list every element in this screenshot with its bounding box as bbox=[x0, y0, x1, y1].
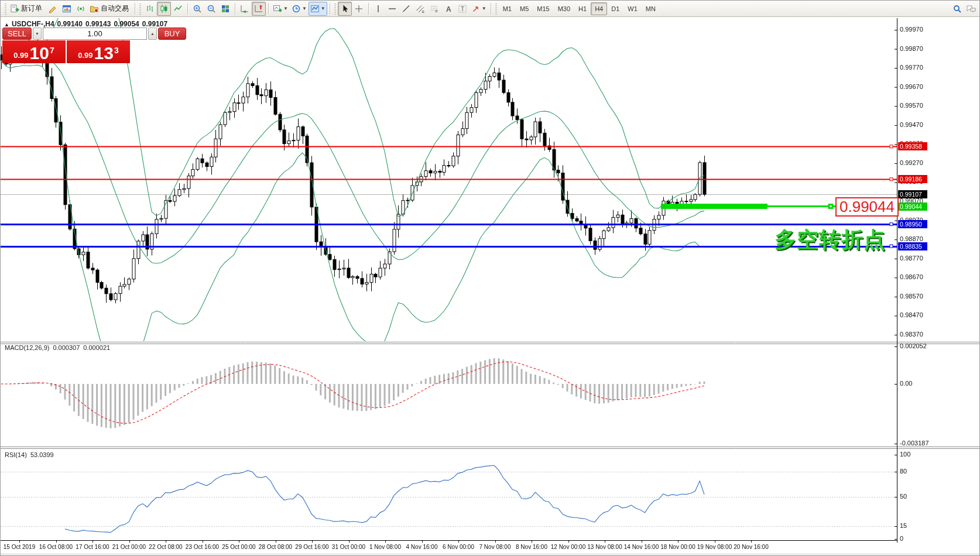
line-chart-mode-button[interactable] bbox=[171, 2, 185, 16]
periods-dropdown-button[interactable]: ▼ bbox=[290, 2, 309, 16]
zoom-out-button[interactable] bbox=[204, 2, 218, 16]
chart-shift-button[interactable] bbox=[252, 2, 266, 16]
indicators-icon bbox=[273, 4, 282, 13]
search-icon bbox=[952, 4, 962, 13]
text-label-tool-button[interactable]: T bbox=[455, 2, 470, 16]
vertical-line-tool-button[interactable] bbox=[371, 2, 385, 16]
ohlc-high: 0.99143 bbox=[85, 20, 111, 28]
price-chart-canvas[interactable] bbox=[1, 1, 980, 556]
toolbar-grip[interactable] bbox=[334, 3, 336, 15]
time-axis-label: 4 Nov 16:00 bbox=[406, 544, 438, 550]
timeframe-button-m1[interactable]: M1 bbox=[499, 2, 516, 15]
time-axis-label: 12 Nov 00:00 bbox=[551, 544, 586, 550]
chevron-down-icon: ▼ bbox=[283, 6, 288, 11]
auto-scroll-button[interactable] bbox=[238, 2, 252, 16]
chat-button[interactable] bbox=[964, 2, 978, 16]
vertical-line-icon bbox=[374, 4, 383, 13]
macd-axis-max-label: 0.002052 bbox=[900, 342, 927, 349]
new-order-button[interactable]: 新订单 bbox=[8, 2, 46, 16]
price-axis-tick-label: 0.99470 bbox=[900, 121, 923, 128]
sell-price-panel[interactable]: 0.99 10 7 bbox=[2, 40, 66, 63]
timeframe-button-m30[interactable]: M30 bbox=[554, 2, 574, 15]
chart-title: ▲USDCHF-,H40.991400.991430.990540.99107 bbox=[4, 20, 170, 28]
buy-price-pip: 3 bbox=[114, 46, 119, 55]
volume-input[interactable] bbox=[43, 28, 147, 40]
search-button[interactable] bbox=[950, 2, 964, 16]
rsi-axis-tick-label: 80 bbox=[900, 468, 907, 475]
time-axis-label: 19 Nov 08:00 bbox=[697, 544, 732, 550]
time-axis-label: 6 Nov 00:00 bbox=[443, 544, 474, 550]
timeframe-button-w1[interactable]: W1 bbox=[623, 2, 642, 15]
time-axis-label: 28 Oct 08:00 bbox=[259, 544, 292, 550]
toolbar-grip[interactable] bbox=[139, 3, 141, 15]
toolbar-grip[interactable] bbox=[5, 3, 6, 15]
svg-text:A: A bbox=[446, 5, 451, 13]
timeframe-button-d1[interactable]: D1 bbox=[607, 2, 623, 15]
buy-price-panel[interactable]: 0.99 13 3 bbox=[67, 40, 130, 63]
toolbar-separator bbox=[268, 3, 269, 15]
chart-window-button[interactable] bbox=[60, 2, 74, 16]
price-axis-tick-label: 0.98370 bbox=[900, 331, 923, 338]
price-axis-tick-label: 0.99670 bbox=[900, 83, 923, 90]
zoom-in-button[interactable] bbox=[190, 2, 204, 16]
signals-button[interactable] bbox=[74, 2, 88, 16]
turning-point-note[interactable]: 多空转折点 bbox=[775, 225, 886, 255]
text-tool-button[interactable]: A bbox=[441, 2, 455, 16]
ohlc-close: 0.99107 bbox=[142, 20, 167, 28]
ohlc-open: 0.99140 bbox=[57, 20, 83, 28]
cursor-icon bbox=[340, 4, 349, 13]
fibonacci-icon: F bbox=[430, 4, 439, 13]
arrows-dropdown-button[interactable]: ▼ bbox=[470, 2, 488, 16]
chat-icon bbox=[966, 4, 976, 13]
text-label-icon: T bbox=[458, 4, 467, 13]
timeframe-button-m15[interactable]: M15 bbox=[533, 2, 553, 15]
current-price-tag: 0.99107 bbox=[898, 190, 927, 198]
time-axis-label: 25 Oct 00:00 bbox=[222, 544, 255, 550]
toolbar-grip[interactable] bbox=[495, 3, 497, 15]
support-price-tag: 0.99044 bbox=[898, 203, 927, 211]
candlestick-icon bbox=[159, 4, 169, 13]
channel-tool-button[interactable]: E bbox=[413, 2, 427, 16]
indicators-dropdown-button[interactable]: ▼ bbox=[271, 2, 290, 16]
trendline-tool-button[interactable] bbox=[399, 2, 413, 16]
sell-button[interactable]: SELL bbox=[2, 28, 32, 40]
toolbar-separator bbox=[330, 3, 330, 15]
macd-axis-zero-label: 0.00 bbox=[900, 380, 912, 387]
timeframe-button-mn[interactable]: MN bbox=[642, 2, 660, 15]
time-axis-label: 31 Oct 00:00 bbox=[332, 544, 365, 550]
volume-increase-button[interactable]: ▲ bbox=[148, 28, 157, 40]
spinner-down-icon: ▼ bbox=[35, 32, 39, 36]
pencil-tool-button[interactable] bbox=[46, 2, 60, 16]
toolbar-separator bbox=[187, 3, 188, 15]
auto-trading-label: 自动交易 bbox=[101, 4, 129, 13]
rsi-axis-tick-label: 0 bbox=[900, 535, 903, 542]
fibonacci-tool-button[interactable]: F bbox=[427, 2, 441, 16]
price-axis-tick-label: 0.98670 bbox=[900, 273, 923, 280]
time-axis-label: 7 Nov 08:00 bbox=[479, 544, 511, 550]
timeframe-button-h4[interactable]: H4 bbox=[591, 2, 607, 15]
cursor-tool-button[interactable] bbox=[338, 2, 352, 16]
time-axis-label: 14 Nov 16:00 bbox=[624, 544, 659, 550]
buy-button[interactable]: BUY bbox=[158, 28, 186, 40]
bar-chart-mode-button[interactable] bbox=[143, 2, 157, 16]
macd-pane-header: MACD(12,26,9)0.0003070.000021 bbox=[5, 344, 114, 351]
auto-trading-button[interactable]: 自动交易 bbox=[88, 2, 132, 16]
horizontal-line-tool-button[interactable] bbox=[385, 2, 399, 16]
arrows-icon bbox=[471, 4, 481, 13]
crosshair-tool-button[interactable] bbox=[352, 2, 366, 16]
svg-text:F: F bbox=[436, 9, 438, 13]
time-axis-label: 18 Nov 00:00 bbox=[660, 544, 695, 550]
main-toolbar: 新订单 自动交易 bbox=[1, 1, 980, 17]
tile-windows-button[interactable] bbox=[218, 2, 232, 16]
candlestick-mode-button[interactable] bbox=[157, 2, 171, 16]
timeframe-button-h1[interactable]: H1 bbox=[574, 2, 591, 15]
text-icon: A bbox=[444, 4, 453, 13]
buy-price-big: 13 bbox=[94, 44, 114, 62]
macd-signal-value: 0.000021 bbox=[83, 344, 110, 351]
templates-dropdown-button[interactable]: ▼ bbox=[309, 2, 327, 16]
collapse-arrow-icon[interactable]: ▲ bbox=[4, 22, 9, 28]
toolbar-separator bbox=[235, 3, 235, 15]
volume-decrease-button[interactable]: ▼ bbox=[33, 28, 42, 40]
timeframe-button-m5[interactable]: M5 bbox=[516, 2, 533, 15]
price-level-annotation[interactable]: 0.99044 bbox=[835, 197, 899, 217]
